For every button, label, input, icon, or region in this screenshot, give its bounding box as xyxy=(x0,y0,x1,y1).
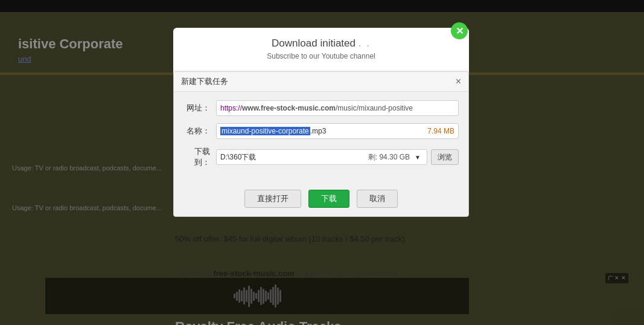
path-input[interactable]: D:\360下载 剩: 94.30 GB ▼ xyxy=(216,149,427,165)
filename-row: 名称： mixaund-positive-corporate .mp3 7.94… xyxy=(183,123,459,139)
filename-ext: .mp3 xyxy=(310,127,327,135)
dialog-titlebar: 新建下载任务 × xyxy=(174,72,468,92)
dialog-footer: 直接打开 下载 取消 xyxy=(174,184,468,216)
download-initiated-title: Download initiated . . xyxy=(183,37,459,50)
path-row: 下载到： D:\360下载 剩: 94.30 GB ▼ 浏览 xyxy=(183,146,459,168)
url-label: 网址： xyxy=(183,103,210,114)
url-input[interactable]: https:// www.free-stock-music.com /music… xyxy=(216,100,459,116)
cancel-button[interactable]: 取消 xyxy=(357,190,398,208)
dialog-close-button[interactable]: × xyxy=(456,77,461,86)
path-label: 下载到： xyxy=(183,146,210,168)
dialog-title: 新建下载任务 xyxy=(181,76,228,87)
filesize: 7.94 MB xyxy=(427,127,454,135)
dialog-body: 网址： https:// www.free-stock-music.com /m… xyxy=(174,92,468,184)
modal-close-button[interactable]: ✕ xyxy=(451,22,468,39)
open-directly-button[interactable]: 直接打开 xyxy=(244,190,301,208)
url-host: www.free-stock-music.com xyxy=(242,104,336,112)
download-button[interactable]: 下载 xyxy=(308,190,349,208)
path-dropdown-button[interactable]: ▼ xyxy=(412,154,423,161)
chinese-download-dialog: 新建下载任务 × 网址： https:// www.free-stock-mus… xyxy=(173,71,469,217)
loading-dots: . . xyxy=(359,37,371,49)
modal-header: Download initiated . . Subscribe to our … xyxy=(173,28,469,71)
disk-free: 剩: 94.30 GB xyxy=(368,152,410,162)
subscribe-text: Subscribe to our Youtube channel xyxy=(183,52,459,60)
filename-label: 名称： xyxy=(183,126,210,137)
path-value: D:\360下载 xyxy=(220,152,366,162)
filename-input[interactable]: mixaund-positive-corporate .mp3 7.94 MB xyxy=(216,123,459,139)
browse-button[interactable]: 浏览 xyxy=(431,149,459,165)
filename-highlighted: mixaund-positive-corporate xyxy=(220,127,310,135)
url-scheme: https:// xyxy=(220,104,242,112)
url-row: 网址： https:// www.free-stock-music.com /m… xyxy=(183,100,459,116)
url-path: /music/mixaund-positive xyxy=(336,104,413,112)
